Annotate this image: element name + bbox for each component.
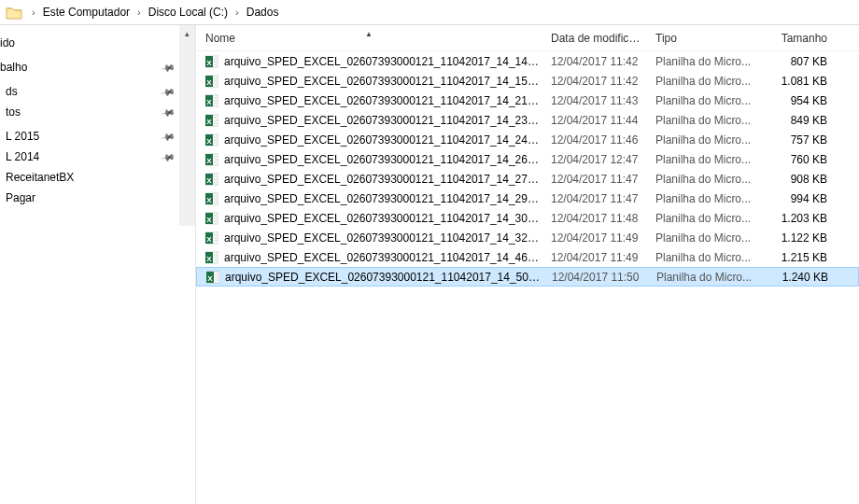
- column-name[interactable]: Nome ▲: [196, 32, 542, 45]
- file-row[interactable]: Xarquivo_SPED_EXCEL_02607393000121_11042…: [196, 208, 859, 228]
- nav-item-label: L 2014: [6, 150, 39, 163]
- file-name: arquivo_SPED_EXCEL_02607393000121_110420…: [225, 271, 542, 284]
- chevron-right-icon[interactable]: ›: [28, 7, 39, 18]
- nav-item[interactable]: Pagar: [0, 188, 195, 208]
- file-date: 12/04/2017 11:43: [542, 94, 646, 107]
- excel-file-icon: X: [205, 192, 218, 205]
- file-type: Planilha do Micro...: [646, 75, 760, 88]
- svg-text:X: X: [206, 117, 212, 125]
- file-name: arquivo_SPED_EXCEL_02607393000121_110420…: [224, 192, 542, 205]
- file-type: Planilha do Micro...: [646, 192, 760, 205]
- excel-file-icon: X: [205, 173, 218, 186]
- svg-text:X: X: [206, 58, 212, 66]
- excel-file-icon: X: [205, 133, 218, 147]
- nav-item[interactable]: L 2015📌: [0, 126, 195, 147]
- file-type: Planilha do Micro...: [646, 55, 760, 68]
- breadcrumb-seg[interactable]: Disco Local (C:): [145, 0, 232, 25]
- nav-item[interactable]: balho📌: [0, 57, 195, 77]
- nav-scrollbar[interactable]: ▴: [179, 25, 195, 226]
- file-size: 760 KB: [760, 153, 840, 166]
- file-size: 908 KB: [760, 173, 840, 186]
- file-row[interactable]: Xarquivo_SPED_EXCEL_02607393000121_11042…: [196, 169, 859, 189]
- column-type[interactable]: Tipo: [646, 32, 760, 45]
- file-name: arquivo_SPED_EXCEL_02607393000121_110420…: [224, 75, 542, 88]
- excel-file-icon: X: [205, 114, 218, 127]
- nav-item-label: balho: [0, 61, 27, 74]
- file-row[interactable]: Xarquivo_SPED_EXCEL_02607393000121_11042…: [196, 228, 859, 247]
- file-date: 12/04/2017 11:42: [542, 75, 646, 88]
- file-row[interactable]: Xarquivo_SPED_EXCEL_02607393000121_11042…: [196, 267, 859, 287]
- svg-text:X: X: [206, 254, 212, 262]
- file-row[interactable]: Xarquivo_SPED_EXCEL_02607393000121_11042…: [196, 149, 859, 169]
- column-headers[interactable]: Nome ▲ Data de modificaç... Tipo Tamanho: [196, 25, 859, 51]
- column-date[interactable]: Data de modificaç...: [542, 32, 646, 45]
- chevron-right-icon[interactable]: ›: [134, 7, 145, 18]
- column-size[interactable]: Tamanho: [760, 32, 840, 45]
- excel-file-icon: X: [205, 251, 218, 264]
- file-size: 1.122 KB: [760, 231, 840, 245]
- file-size: 1.081 KB: [760, 75, 840, 88]
- nav-item[interactable]: ido: [0, 33, 195, 53]
- file-date: 12/04/2017 11:50: [542, 271, 647, 284]
- file-size: 954 KB: [760, 94, 840, 107]
- chevron-right-icon[interactable]: ›: [232, 7, 243, 18]
- breadcrumb-seg[interactable]: Dados: [243, 0, 283, 25]
- excel-file-icon: X: [205, 55, 218, 68]
- folder-icon: [6, 6, 22, 20]
- pin-icon: 📌: [160, 83, 176, 99]
- file-name: arquivo_SPED_EXCEL_02607393000121_110420…: [224, 55, 542, 68]
- file-name: arquivo_SPED_EXCEL_02607393000121_110420…: [224, 114, 542, 127]
- nav-item[interactable]: L 2014📌: [0, 147, 195, 167]
- file-row[interactable]: Xarquivo_SPED_EXCEL_02607393000121_11042…: [196, 71, 859, 91]
- file-size: 1.215 KB: [760, 251, 840, 264]
- file-size: 994 KB: [760, 192, 840, 205]
- scroll-up-icon[interactable]: ▴: [179, 25, 195, 41]
- file-size: 1.203 KB: [760, 212, 840, 225]
- nav-item-label: tos: [6, 105, 21, 119]
- svg-text:X: X: [207, 273, 213, 282]
- file-type: Planilha do Micro...: [646, 212, 760, 225]
- column-name-label: Nome: [205, 32, 235, 45]
- file-row[interactable]: Xarquivo_SPED_EXCEL_02607393000121_11042…: [196, 247, 859, 267]
- file-date: 12/04/2017 11:48: [542, 212, 646, 225]
- file-type: Planilha do Micro...: [646, 94, 760, 107]
- file-row[interactable]: Xarquivo_SPED_EXCEL_02607393000121_11042…: [196, 130, 859, 149]
- nav-item-label: L 2015: [6, 130, 39, 143]
- file-row[interactable]: Xarquivo_SPED_EXCEL_02607393000121_11042…: [196, 51, 859, 71]
- excel-file-icon: X: [205, 75, 218, 88]
- file-row[interactable]: Xarquivo_SPED_EXCEL_02607393000121_11042…: [196, 91, 859, 110]
- svg-text:X: X: [206, 234, 212, 243]
- pin-icon: 📌: [160, 104, 176, 119]
- file-date: 12/04/2017 11:47: [542, 192, 646, 205]
- pin-icon: 📌: [160, 148, 176, 164]
- file-row[interactable]: Xarquivo_SPED_EXCEL_02607393000121_11042…: [196, 110, 859, 130]
- file-date: 12/04/2017 11:49: [542, 251, 646, 264]
- nav-item-label: ido: [0, 36, 15, 49]
- file-date: 12/04/2017 11:47: [542, 173, 646, 186]
- svg-text:X: X: [206, 136, 212, 145]
- nav-item[interactable]: ReceitanetBX: [0, 167, 195, 188]
- nav-pane[interactable]: idobalho📌ds📌tos📌L 2015📌L 2014📌Receitanet…: [0, 25, 196, 504]
- file-type: Planilha do Micro...: [647, 271, 761, 284]
- file-type: Planilha do Micro...: [646, 133, 760, 147]
- file-date: 12/04/2017 11:44: [542, 114, 646, 127]
- file-list-pane[interactable]: Nome ▲ Data de modificaç... Tipo Tamanho…: [196, 25, 859, 504]
- nav-item[interactable]: ds📌: [0, 81, 195, 102]
- pin-icon: 📌: [160, 128, 176, 144]
- file-name: arquivo_SPED_EXCEL_02607393000121_110420…: [224, 94, 542, 107]
- file-date: 12/04/2017 11:42: [542, 55, 646, 68]
- nav-item[interactable]: tos📌: [0, 102, 195, 122]
- file-row[interactable]: Xarquivo_SPED_EXCEL_02607393000121_11042…: [196, 189, 859, 208]
- file-date: 12/04/2017 11:49: [542, 231, 646, 245]
- file-size: 849 KB: [760, 114, 840, 127]
- excel-file-icon: X: [205, 153, 218, 166]
- nav-item-label: ds: [6, 85, 18, 98]
- svg-text:X: X: [206, 97, 212, 105]
- address-bar[interactable]: › Este Computador › Disco Local (C:) › D…: [0, 0, 859, 25]
- file-size: 1.240 KB: [761, 271, 841, 284]
- file-name: arquivo_SPED_EXCEL_02607393000121_110420…: [224, 212, 542, 225]
- excel-file-icon: X: [205, 94, 218, 107]
- breadcrumb-seg[interactable]: Este Computador: [39, 0, 134, 25]
- svg-text:X: X: [206, 156, 212, 164]
- file-size: 757 KB: [760, 133, 840, 147]
